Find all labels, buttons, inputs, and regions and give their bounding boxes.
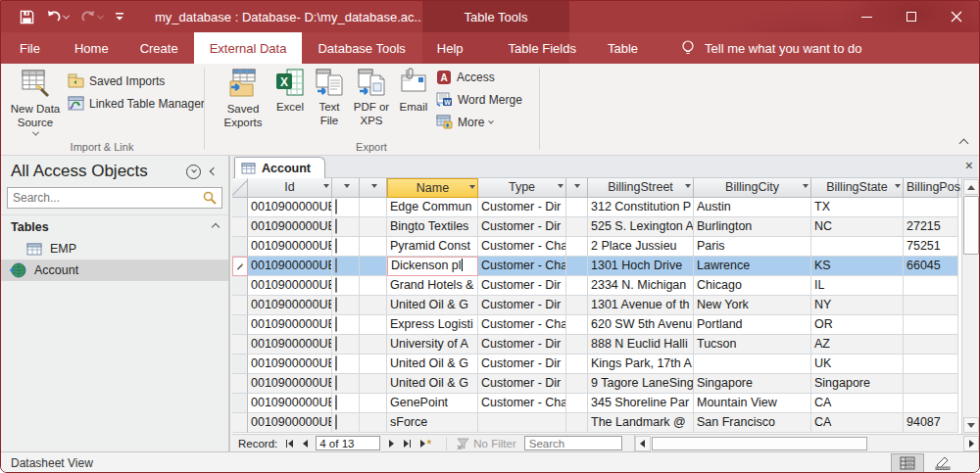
row-selector[interactable]	[232, 394, 248, 413]
cell-billingstate[interactable]: Singapore	[811, 374, 904, 394]
table-row[interactable]: 0010900000UB: Pyramid Const Customer - C…	[232, 237, 961, 257]
cell-checkbox[interactable]	[332, 257, 360, 276]
cell-billingcity[interactable]: Tucson	[694, 335, 811, 355]
cell-billingstate[interactable]: CA	[811, 413, 904, 433]
cell-billingstreet[interactable]: 9 Tagore LaneSing	[588, 374, 694, 394]
cell-billingstreet[interactable]: 888 N Euclid Halli	[588, 335, 694, 355]
nav-pane-menu-button[interactable]	[186, 165, 201, 179]
nav-search-input[interactable]	[13, 191, 203, 205]
cell-id[interactable]: 0010900000UB:	[248, 394, 332, 413]
cell-name[interactable]: Bingto Textiles	[387, 217, 478, 237]
cell-name[interactable]: United Oil & G	[387, 355, 478, 374]
new-record-button[interactable]: *	[415, 437, 436, 450]
cell-billingcity[interactable]: Paris	[694, 237, 811, 257]
close-document-button[interactable]: ×	[965, 159, 973, 172]
saved-imports-button[interactable]: Saved Imports	[68, 73, 165, 88]
cell-type[interactable]: Customer - Dir	[478, 355, 566, 374]
cell-blank1[interactable]	[360, 237, 387, 257]
cell-billingstreet[interactable]: 1301 Avenue of th	[588, 296, 694, 315]
cell-name[interactable]: United Oil & G	[387, 374, 478, 394]
cell-blank1[interactable]	[360, 257, 387, 276]
cell-name[interactable]: Edge Commun	[387, 198, 478, 217]
shutter-bar-close-button[interactable]	[210, 167, 218, 175]
cell-billingpostal[interactable]	[904, 394, 958, 413]
cell-billingcity[interactable]: Mountain View	[694, 394, 811, 413]
collapse-ribbon-button[interactable]	[959, 139, 969, 149]
column-header-billingstreet[interactable]: BillingStreet	[588, 178, 694, 198]
cell-billingstate[interactable]: NY	[811, 296, 904, 315]
tab-table-fields[interactable]: Table Fields	[493, 32, 592, 64]
row-selector[interactable]	[232, 237, 248, 257]
first-record-button[interactable]	[281, 437, 297, 450]
row-selector[interactable]	[232, 296, 248, 315]
access-export-button[interactable]: A Access	[436, 70, 495, 85]
cell-blank2[interactable]	[566, 394, 588, 413]
cell-checkbox[interactable]	[332, 355, 360, 374]
cell-billingstate[interactable]: CA	[811, 394, 904, 413]
tab-home[interactable]: Home	[59, 32, 124, 64]
cell-name[interactable]: Express Logisti	[387, 315, 478, 335]
cell-billingpostal[interactable]	[904, 296, 958, 315]
previous-record-button[interactable]	[297, 437, 313, 450]
cell-id[interactable]: 0010900000UB:	[248, 355, 332, 374]
column-header-billingcity[interactable]: BillingCity	[694, 178, 811, 198]
column-header-blank1[interactable]	[360, 178, 387, 198]
cell-blank2[interactable]	[566, 355, 588, 374]
cell-billingstate[interactable]: UK	[811, 355, 904, 374]
scroll-down-button[interactable]	[963, 417, 979, 433]
cell-billingstreet[interactable]: 525 S. Lexington A	[588, 217, 694, 237]
table-row[interactable]: 0010900000UB: University of A Customer -…	[232, 335, 961, 355]
cell-billingstreet[interactable]: The Landmark @	[588, 413, 694, 433]
cell-billingpostal[interactable]	[904, 355, 958, 374]
cell-billingstate[interactable]: OR	[811, 315, 904, 335]
cell-billingcity[interactable]: San Francisco	[694, 413, 811, 433]
tab-database-tools[interactable]: Database Tools	[302, 32, 420, 64]
nav-group-tables[interactable]: Tables	[1, 214, 228, 238]
table-row[interactable]: 0010900000UB: sForce The Landmark @ San …	[232, 413, 961, 433]
tab-external-data[interactable]: External Data	[194, 32, 303, 64]
cell-type[interactable]: Customer - Dir	[478, 374, 566, 394]
word-merge-button[interactable]: W Word Merge	[436, 92, 522, 107]
cell-billingcity[interactable]: Burlington	[694, 217, 811, 237]
cell-blank2[interactable]	[566, 335, 588, 355]
cell-billingstreet[interactable]: 1301 Hoch Drive	[588, 257, 694, 276]
undo-button[interactable]	[41, 7, 74, 26]
cell-id[interactable]: 0010900000UB:	[248, 335, 332, 355]
cell-type[interactable]: Customer - Cha	[478, 257, 566, 276]
cell-blank1[interactable]	[360, 413, 387, 433]
table-row[interactable]: 0010900000UB: GenePoint Customer - Cha 3…	[232, 394, 961, 413]
row-selector[interactable]	[232, 217, 248, 237]
cell-billingstreet[interactable]: 2334 N. Michigan	[588, 276, 694, 296]
cell-blank1[interactable]	[360, 276, 387, 296]
sidebar-item-emp[interactable]: EMP	[1, 238, 228, 260]
pdf-xps-button[interactable]: PDF or XPS	[350, 68, 393, 128]
cell-type[interactable]: Customer - Dir	[478, 217, 566, 237]
cell-blank2[interactable]	[566, 413, 588, 433]
cell-blank2[interactable]	[566, 296, 588, 315]
cell-blank1[interactable]	[360, 198, 387, 217]
vertical-scrollbar[interactable]	[961, 178, 979, 434]
save-button[interactable]	[15, 7, 39, 27]
cell-billingstate[interactable]: KS	[811, 257, 904, 276]
column-header-checkbox[interactable]	[332, 178, 360, 198]
cell-id[interactable]: 0010900000UB:	[248, 413, 332, 433]
table-row[interactable]: 0010900000UB: United Oil & G Customer - …	[232, 355, 961, 374]
table-row[interactable]: 0010900000UB: United Oil & G Customer - …	[232, 374, 961, 394]
cell-checkbox[interactable]	[332, 335, 360, 355]
nav-search-box[interactable]	[7, 187, 222, 209]
cell-billingpostal[interactable]	[904, 335, 958, 355]
row-selector[interactable]	[232, 198, 248, 217]
customize-qat-button[interactable]	[110, 8, 129, 25]
cell-blank2[interactable]	[566, 217, 588, 237]
cell-blank2[interactable]	[566, 257, 588, 276]
cell-checkbox[interactable]	[332, 315, 360, 335]
cell-billingcity[interactable]: Chicago	[694, 276, 811, 296]
cell-type[interactable]: Customer - Dir	[478, 335, 566, 355]
cell-blank1[interactable]	[360, 355, 387, 374]
more-export-button[interactable]: More	[436, 115, 493, 129]
cell-billingpostal[interactable]	[904, 198, 958, 217]
cell-billingcity[interactable]: Lawrence	[694, 257, 811, 276]
table-row[interactable]: 0010900000UB: Bingto Textiles Customer -…	[232, 217, 961, 237]
cell-blank1[interactable]	[360, 296, 387, 315]
cell-billingcity[interactable]	[694, 355, 811, 374]
